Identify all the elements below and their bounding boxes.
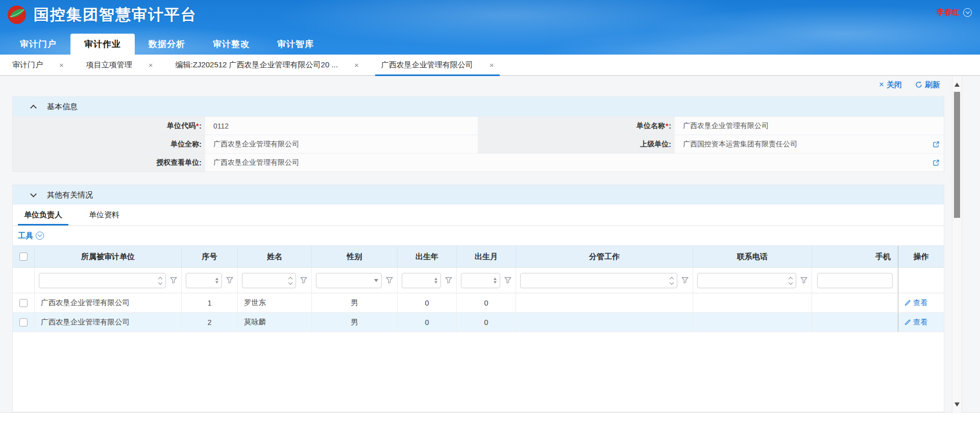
filter-funnel-icon[interactable] — [170, 277, 177, 284]
cell-unit: 广西农垦企业管理有限公司 — [35, 313, 182, 332]
filter-seq-input[interactable] — [186, 273, 213, 288]
field-value-authorized-view-unit[interactable]: 广西农垦企业管理有限公司 — [205, 154, 944, 171]
filter-mobile-input[interactable] — [818, 273, 892, 288]
row-checkbox[interactable] — [19, 299, 28, 307]
spinner-icon[interactable] — [213, 276, 222, 285]
filter-funnel-icon[interactable] — [300, 277, 307, 284]
filter-funnel-icon[interactable] — [226, 277, 233, 284]
filter-funnel-icon[interactable] — [504, 277, 511, 284]
cell-mobile — [812, 313, 898, 332]
field-value-unit-code[interactable]: 0112 — [205, 117, 478, 135]
select-all-checkbox[interactable] — [19, 253, 28, 261]
spinner-icon[interactable] — [157, 276, 165, 284]
subtab-unit-principal[interactable]: 单位负责人 — [21, 205, 65, 225]
col-header-mobile[interactable]: 手机 — [812, 246, 898, 267]
cell-work — [516, 293, 693, 312]
cell-seq: 1 — [182, 293, 238, 312]
filter-funnel-icon[interactable] — [800, 277, 807, 284]
col-header-work[interactable]: 分管工作 — [516, 246, 693, 267]
scrollbar-thumb[interactable] — [954, 92, 960, 218]
col-header-gender[interactable]: 性别 — [312, 246, 398, 267]
doc-tab-edit-zj202512[interactable]: 编辑:ZJ202512 广西农垦企业管理有限公司20 ... × — [164, 55, 370, 75]
filter-name-input[interactable] — [242, 273, 287, 288]
filter-work-input[interactable] — [521, 273, 668, 288]
col-header-birth-year[interactable]: 出生年 — [398, 246, 457, 267]
app-title: 国控集团智慧审计平台 — [34, 5, 197, 26]
form-row: 单位代码*: 0112 单位名称*: 广西农垦企业管理有限公司 — [13, 116, 944, 135]
filter-funnel-icon[interactable] — [445, 277, 452, 284]
field-value-unit-fullname[interactable]: 广西农垦企业管理有限公司 — [205, 135, 478, 153]
filter-gender-input[interactable] — [316, 273, 371, 288]
tab-close-icon[interactable]: × — [354, 61, 359, 69]
external-link-icon[interactable] — [933, 141, 940, 148]
spinner-icon[interactable] — [432, 276, 440, 285]
vertical-scrollbar[interactable] — [952, 76, 962, 413]
refresh-page-button[interactable]: 刷新 — [915, 80, 940, 90]
spinner-icon[interactable] — [668, 276, 677, 284]
table-row[interactable]: 广西农垦企业管理有限公司 2 莫咏麟 男 0 0 查看 — [13, 313, 944, 332]
refresh-icon — [915, 81, 922, 88]
field-label-unit-fullname: 单位全称: — [13, 135, 205, 153]
cell-birth-year: 0 — [398, 313, 457, 332]
edit-pencil-icon — [904, 319, 911, 325]
doc-tab-label: 广西农垦企业管理有限公司 — [381, 60, 473, 70]
filter-birth-year-input[interactable] — [402, 273, 432, 288]
doc-tab-gxnk-company[interactable]: 广西农垦企业管理有限公司 × — [370, 55, 505, 75]
user-menu[interactable]: 李春红 — [937, 8, 972, 17]
nav-item-data-analysis[interactable]: 数据分析 — [135, 34, 199, 55]
other-info-subtabs: 单位负责人 单位资料 — [13, 205, 944, 226]
col-header-phone[interactable]: 联系电话 — [693, 246, 812, 267]
table-row[interactable]: 广西农垦企业管理有限公司 1 罗世东 男 0 0 查看 — [13, 293, 944, 313]
external-link-icon[interactable] — [933, 159, 940, 166]
cell-gender: 男 — [312, 293, 398, 312]
doc-tab-project-setup[interactable]: 项目立项管理 × — [75, 55, 164, 75]
row-checkbox[interactable] — [19, 318, 28, 326]
scrollbar-up-arrow-icon[interactable] — [954, 80, 960, 87]
cell-seq: 2 — [182, 313, 238, 332]
tab-close-icon[interactable]: × — [489, 61, 494, 69]
section-header-other-info[interactable]: 其他有关情况 — [13, 185, 944, 205]
tools-dropdown[interactable]: 工具 — [13, 226, 944, 245]
spinner-icon[interactable] — [287, 276, 296, 284]
filter-birth-month-input[interactable] — [461, 273, 492, 288]
col-header-seq[interactable]: 序号 — [182, 246, 238, 267]
page-actions: × 关闭 刷新 — [879, 80, 940, 90]
field-label-unit-name: 单位名称*: — [478, 117, 674, 135]
filter-work-combobox — [520, 273, 677, 288]
dropdown-arrow-icon[interactable] — [371, 276, 381, 284]
filter-unit-input[interactable] — [39, 273, 157, 288]
tab-close-icon[interactable]: × — [149, 61, 153, 69]
nav-item-audit-rectification[interactable]: 审计整改 — [199, 34, 263, 55]
nav-item-audit-portal[interactable]: 审计门户 — [6, 34, 70, 55]
field-value-parent-unit[interactable]: 广西国控资本运营集团有限责任公司 — [674, 135, 944, 153]
tab-close-icon[interactable]: × — [59, 61, 64, 69]
cell-birth-year: 0 — [398, 293, 457, 312]
doc-tab-label: 项目立项管理 — [86, 60, 132, 70]
close-page-button[interactable]: × 关闭 — [879, 80, 902, 90]
spinner-icon[interactable] — [492, 276, 500, 285]
view-row-link[interactable]: 查看 — [904, 317, 928, 327]
spinner-icon[interactable] — [787, 276, 796, 284]
filter-funnel-icon[interactable] — [386, 277, 393, 284]
filter-funnel-icon[interactable] — [681, 277, 689, 284]
nav-item-audit-work[interactable]: 审计作业 — [70, 34, 135, 55]
view-row-link[interactable]: 查看 — [904, 298, 928, 308]
cell-mobile — [812, 293, 898, 312]
scrollbar-down-arrow-icon[interactable] — [954, 402, 960, 409]
filter-phone-input[interactable] — [698, 273, 787, 288]
field-value-unit-name[interactable]: 广西农垦企业管理有限公司 — [674, 117, 944, 135]
col-header-birth-month[interactable]: 出生月 — [457, 246, 516, 267]
col-header-name[interactable]: 姓名 — [238, 246, 312, 267]
section-header-basic-info[interactable]: 基本信息 — [13, 97, 944, 116]
app-logo-icon — [7, 5, 27, 24]
bottom-strip — [0, 412, 980, 428]
table-header-row: 所属被审计单位 序号 姓名 性别 出生年 出生月 分管工作 联系电话 手机 操作 — [13, 245, 944, 268]
subtab-unit-materials[interactable]: 单位资料 — [86, 205, 122, 225]
doc-tab-audit-portal[interactable]: 审计门户 × — [1, 55, 75, 75]
nav-item-audit-knowledge[interactable]: 审计智库 — [263, 34, 328, 55]
tools-chevron-down-icon — [36, 232, 44, 240]
col-header-audited-unit[interactable]: 所属被审计单位 — [35, 246, 182, 267]
close-icon: × — [879, 80, 884, 90]
doc-tab-label: 编辑:ZJ202512 广西农垦企业管理有限公司20 ... — [176, 60, 338, 70]
field-label-unit-code: 单位代码*: — [13, 117, 205, 135]
